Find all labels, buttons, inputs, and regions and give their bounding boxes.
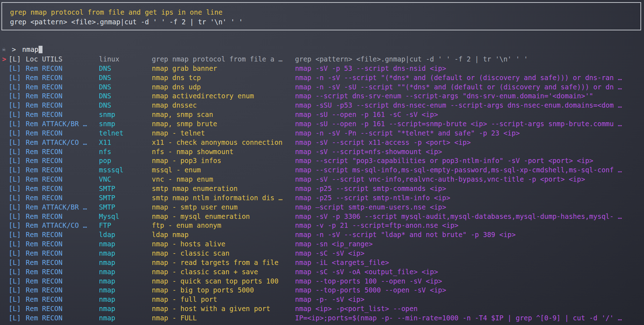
result-row[interactable]: [L] Rem ATTACK/BR … snmp nmap, snmp brut… [0, 119, 644, 129]
row-tag: [L] [9, 258, 21, 267]
result-row[interactable]: > [L] Loc UTILS linux grep nmap protocol… [0, 55, 644, 64]
row-protocol: X11 [99, 138, 111, 147]
row-flags: Rem RECON [26, 73, 63, 83]
result-row[interactable]: [L] Rem RECON Mysql nmap - mysql enumera… [0, 212, 644, 221]
row-tag: [L] [9, 129, 21, 138]
result-row[interactable]: [L] Rem ATTACK/BR … SMTP nmap - smtp use… [0, 203, 644, 212]
row-description: x11 - check anonymous connection [152, 138, 283, 147]
row-description: nmap - pop3 infos [152, 156, 221, 166]
result-row[interactable]: [L] Rem RECON ldap ldap nmap nmap -n -sV… [0, 230, 644, 240]
result-row[interactable]: [L] Rem RECON VNC vnc - nmap enum nmap -… [0, 175, 644, 184]
row-tag: [L] [9, 203, 21, 212]
row-protocol: pop [99, 156, 111, 166]
row-flags: Rem RECON [26, 277, 63, 286]
result-row[interactable]: [L] Rem ATTACK/CO … X11 x11 - check anon… [0, 138, 644, 147]
row-command: nmap -sV -p 53 --script dns-nsid <ip> [295, 64, 446, 73]
row-protocol: DNS [99, 73, 111, 83]
result-row[interactable]: [L] Rem RECON pop nmap - pop3 infos nmap… [0, 156, 644, 166]
result-row[interactable]: [L] Rem RECON DNS nmap activedirectory e… [0, 92, 644, 101]
result-row[interactable]: [L] Rem RECON nmap nmap - host with a gi… [0, 304, 644, 314]
row-command: nmap -n -sV --script "(*dns* and (defaul… [295, 73, 622, 83]
row-command: nmap --top-ports 5000 --open -sV <ip> [295, 286, 446, 295]
result-row[interactable]: [L] Rem RECON nmap nmap - big top ports … [0, 286, 644, 295]
row-command: IP=<ip>;ports=$(nmap -p- --min-rate=1000… [295, 314, 622, 323]
result-row[interactable]: [L] Rem RECON SMTP smtp nmap ntlm inform… [0, 193, 644, 203]
row-description: nfs - nmap showmount [152, 147, 234, 157]
row-flags: Rem RECON [26, 156, 63, 166]
result-row[interactable]: [L] Rem RECON nmap nmap - classic scan +… [0, 267, 644, 277]
row-flags: Rem RECON [26, 64, 63, 73]
row-description: nmap - full port [152, 295, 217, 304]
row-description: nmap - hosts alive [152, 240, 225, 249]
row-command: nmap <ip> -p<port_list> --open [295, 304, 418, 314]
row-protocol: nmap [99, 277, 115, 286]
row-tag: [L] [9, 101, 21, 110]
row-tag: [L] [9, 249, 21, 258]
text-cursor [39, 46, 43, 53]
row-flags: Rem RECON [26, 83, 63, 92]
result-row[interactable]: [L] Rem RECON DNS nmap dns udp nmap -n -… [0, 83, 644, 92]
result-row[interactable]: [L] Rem RECON nmap nmap - classic scan n… [0, 249, 644, 258]
row-flags: Rem RECON [26, 129, 63, 138]
result-row[interactable]: [L] Rem RECON DNS nmap dnssec nmap -sSU … [0, 101, 644, 110]
row-command: nmap --script dns-srv-enum --script-args… [295, 92, 593, 101]
row-tag: [L] [9, 110, 21, 119]
results-list: > [L] Loc UTILS linux grep nmap protocol… [0, 55, 644, 323]
row-protocol: nmap [99, 267, 115, 277]
row-tag: [L] [9, 230, 21, 240]
result-row[interactable]: [L] Rem RECON nmap nmap - quick scan top… [0, 277, 644, 286]
row-command: nmap -sC -sV <ip> [295, 249, 364, 258]
row-command: nmap -sU --open -p 161 -sC -sV <ip> [295, 110, 438, 119]
result-row[interactable]: [L] Rem RECON DNS nmap grab banner nmap … [0, 64, 644, 73]
row-flags: Rem RECON [26, 101, 63, 110]
row-protocol: linux [99, 55, 119, 64]
row-protocol: VNC [99, 175, 111, 184]
row-flags: Rem ATTACK/CO … [26, 221, 87, 230]
row-description: nmap - classic scan [152, 249, 229, 258]
result-row[interactable]: [L] Rem RECON nmap nmap - full port nmap… [0, 295, 644, 304]
row-tag: [L] [9, 119, 21, 129]
row-command: nmap --script "pop3-capabilities or pop3… [295, 156, 593, 166]
row-protocol: Mysql [99, 212, 119, 221]
row-protocol: nmap [99, 249, 115, 258]
result-row[interactable]: [L] Rem RECON telnet nmap - telnet nmap … [0, 129, 644, 138]
row-description: nmap - big top ports 5000 [152, 286, 254, 295]
result-row[interactable]: [L] Rem RECON SMTP smtp nmap enumeration… [0, 184, 644, 193]
row-command: nmap -sV --script x11-access -p <port> <… [295, 138, 471, 147]
terminal-screen: { "colors": { "border-gray": "#c7cad0", … [0, 0, 644, 325]
result-row[interactable]: [L] Rem RECON nmap nmap - hosts alive nm… [0, 240, 644, 249]
row-flags: Rem RECON [26, 295, 63, 304]
row-flags: Rem RECON [26, 166, 63, 175]
row-tag: [L] [9, 277, 21, 286]
selected-pointer-icon: > [2, 55, 6, 64]
row-command: nmap -iL <targets_file> [295, 258, 389, 267]
row-description: nmap - quick scan top ports 100 [152, 277, 279, 286]
search-input[interactable]: nmap [22, 45, 43, 54]
row-flags: Rem ATTACK/CO … [26, 138, 87, 147]
row-description: nmap - read targets from a file [152, 258, 279, 267]
result-row[interactable]: [L] Rem RECON DNS nmap dns tcp nmap -n -… [0, 73, 644, 83]
preview-box: grep nmap protocol from file and get ips… [1, 2, 641, 30]
row-command: nmap -p25 --script smtp-commands <ip> [295, 184, 446, 193]
row-flags: Rem RECON [26, 193, 63, 203]
row-description: smtp nmap enumeration [152, 184, 238, 193]
result-row[interactable]: [L] Rem ATTACK/CO … FTP ftp - enum anony… [0, 221, 644, 230]
result-row[interactable]: [L] Rem RECON snmp nmap, snmp scan nmap … [0, 110, 644, 119]
row-flags: Rem RECON [26, 286, 63, 295]
row-tag: [L] [9, 193, 21, 203]
result-row[interactable]: [L] Rem RECON nmap nmap - read targets f… [0, 258, 644, 267]
result-row[interactable]: [L] Rem RECON nfs nfs - nmap showmount n… [0, 147, 644, 157]
row-description: nmap, snmp brute [152, 119, 217, 129]
row-description: nmap - mysql enumeration [152, 212, 250, 221]
prompt-line[interactable]: ☠ > nmap [0, 45, 8, 54]
row-protocol: nfs [99, 147, 111, 157]
row-protocol: nmap [99, 258, 115, 267]
row-command: nmap -n -sV --script "ldap* and not brut… [295, 230, 516, 240]
result-row[interactable]: [L] Rem RECON nmap nmap - FULL IP=<ip>;p… [0, 314, 644, 323]
result-row[interactable]: [L] Rem RECON msssql mssql - enum nmap -… [0, 166, 644, 175]
row-command: nmap -sU --open -p 161 --script=snmp-bru… [295, 119, 622, 129]
row-command: nmap -sV --script vnc-info,realvnc-auth-… [295, 175, 585, 184]
row-protocol: DNS [99, 64, 111, 73]
row-flags: Rem RECON [26, 258, 63, 267]
row-protocol: DNS [99, 83, 111, 92]
